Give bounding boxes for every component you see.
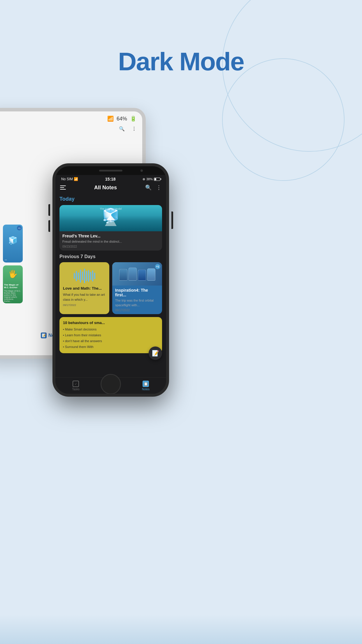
- phone-body: No SIM 📶 15:18 ⊕ 38%: [52, 163, 169, 397]
- note1-excerpt: Freud delineated the mind in the distinc…: [62, 239, 159, 244]
- wifi-icon: 📶: [74, 177, 78, 181]
- volume-up-button[interactable]: [48, 204, 50, 216]
- nav-title-text: All Notes: [94, 185, 117, 191]
- tasks-label: Tasks: [72, 388, 80, 391]
- love-math-title: Love and Math: The...: [63, 286, 106, 290]
- note1-title: Freud's Three Lev...: [62, 234, 159, 238]
- behaviours-title: 10 behaviours of sma...: [63, 321, 159, 325]
- carrier-text: No SIM 📶: [61, 177, 78, 181]
- status-bar: No SIM 📶 15:18 ⊕ 38%: [55, 175, 166, 182]
- tablet-wifi-icon: 📶: [107, 116, 114, 122]
- battery-fill: [154, 178, 156, 180]
- svg-marker-0: [106, 215, 115, 220]
- tablet-menu-icon[interactable]: ⋮: [132, 126, 136, 132]
- side-card-green: 🖐️ The Magic of M.C. Escher The Magic of…: [3, 265, 23, 303]
- note1-date: 09/23/2022: [62, 245, 159, 248]
- previous-cards-grid: Love and Math: The... What if you had to…: [59, 262, 162, 314]
- tab-tasks[interactable]: ✓ Tasks: [58, 381, 93, 391]
- behaviours-list: • Make Smart decisions • Learn from thei…: [63, 327, 159, 350]
- battery-percent: 38%: [146, 177, 153, 181]
- inspiration-date: 09/17/2022: [115, 309, 159, 312]
- battery-icon: [154, 178, 160, 181]
- phone-speaker: [99, 170, 122, 172]
- audio-wave: [63, 266, 106, 286]
- phone-top-bar: [55, 166, 166, 175]
- love-math-card[interactable]: Love and Math: The... What if you had to…: [59, 262, 109, 314]
- nav-header: All Notes 🔍 ⋮: [55, 182, 166, 194]
- love-math-excerpt: What if you had to take an art class in …: [63, 292, 106, 302]
- bottom-strip: [0, 615, 362, 644]
- inspiration-card[interactable]: +1 Inspiration4: The first... The trip w…: [112, 262, 162, 314]
- fab-icon: 📝: [152, 350, 159, 357]
- page-title: Dark Mode: [0, 47, 362, 76]
- tasks-icon: ✓: [73, 381, 79, 387]
- inspiration-excerpt: The trip was the first orbital spaceflig…: [115, 298, 159, 307]
- behaviours-card[interactable]: 10 behaviours of sma... • Make Smart dec…: [59, 317, 162, 353]
- tablet-toolbar: 🔍 ⋮: [0, 126, 142, 134]
- hamburger-menu-button[interactable]: [60, 186, 66, 190]
- side-card-blue: 🧊 +1 ...: [3, 225, 23, 262]
- people-image: +1: [112, 262, 162, 286]
- plus-badge: +1: [155, 264, 160, 269]
- phone-scroll-content[interactable]: Today The Iceberg Model Freud's: [55, 194, 166, 377]
- phone-camera: [140, 169, 143, 172]
- nav-icons: 🔍 ⋮: [145, 184, 161, 191]
- tablet-battery: 64%: [117, 116, 127, 122]
- volume-down-button[interactable]: [48, 220, 50, 232]
- today-note-card[interactable]: The Iceberg Model Freud's Three Lev... F…: [59, 205, 162, 251]
- phone-device: No SIM 📶 15:18 ⊕ 38%: [52, 163, 169, 397]
- search-button[interactable]: 🔍: [145, 184, 152, 191]
- home-button[interactable]: [101, 374, 121, 394]
- section-today-label: Today: [59, 196, 162, 202]
- love-math-date: 09/17/2022: [63, 304, 106, 307]
- notes-label: Notes: [142, 388, 150, 391]
- tab-notes[interactable]: 📋 Notes: [128, 381, 163, 391]
- inspiration-title: Inspiration4: The first...: [115, 288, 159, 297]
- location-icon: ⊕: [143, 177, 145, 181]
- new-note-fab[interactable]: 📝: [149, 346, 162, 360]
- clock-text: 15:18: [105, 177, 116, 181]
- phone-screen: No SIM 📶 15:18 ⊕ 38%: [55, 175, 166, 394]
- tablet-battery-icon: 🔋: [130, 116, 136, 122]
- tablet-status-bar: 📶 64% 🔋: [0, 111, 142, 126]
- power-button[interactable]: [171, 211, 173, 229]
- side-cards: 🧊 +1 ... 🖐️ The Magic of M.C. Escher The…: [3, 225, 23, 303]
- more-button[interactable]: ⋮: [156, 184, 161, 191]
- svg-marker-1: [105, 221, 117, 226]
- status-right: ⊕ 38%: [143, 177, 160, 181]
- iceberg-image: The Iceberg Model: [59, 205, 162, 231]
- notes-active-icon: 📋: [143, 381, 149, 387]
- section-previous-label: Previous 7 Days: [59, 254, 162, 259]
- bg-circle-small: [222, 58, 345, 181]
- tablet-search-icon[interactable]: 🔍: [119, 126, 125, 132]
